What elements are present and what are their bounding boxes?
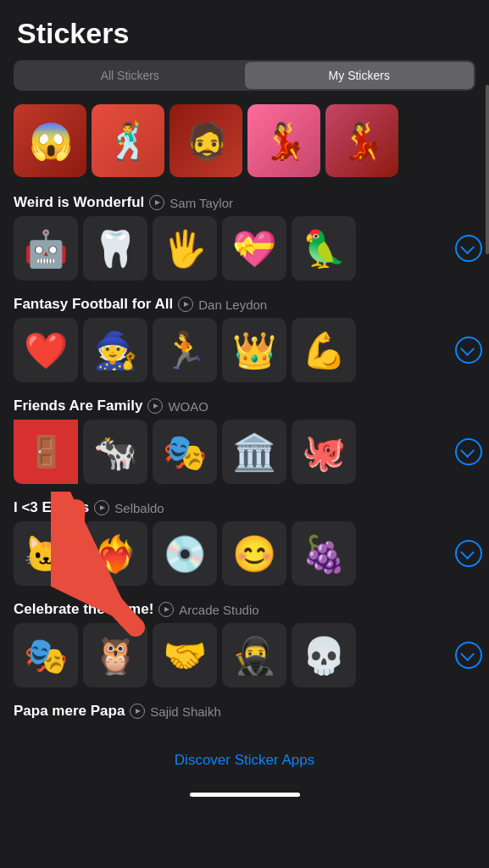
play-icon	[130, 704, 145, 719]
sticker-item: 👑	[222, 318, 286, 382]
section-fantasy-football: Fantasy Football for All Dan Leydon ❤️ 🧙…	[0, 291, 489, 382]
sticker-item: 😊	[222, 521, 286, 586]
section-header: Weird is Wonderful Sam Taylor	[0, 189, 489, 216]
featured-sticker-row: 😱 🕺 🧔 💃 💃	[0, 104, 489, 177]
section-papa: Papa mere Papa Sajid Shaikh	[0, 698, 489, 725]
sticker-item: ❤️‍🔥	[83, 521, 147, 586]
tab-my-stickers[interactable]: My Stickers	[245, 62, 475, 89]
play-icon	[178, 297, 193, 312]
section-author: WOAO	[168, 399, 208, 414]
download-button[interactable]	[455, 337, 482, 364]
featured-sticker-5: 💃	[325, 104, 398, 177]
sticker-item: 🦷	[83, 216, 147, 281]
section-title: Celebrate the Game!	[14, 601, 153, 618]
sticker-item: 🎭	[14, 623, 78, 687]
sticker-item: 🐱	[14, 521, 78, 586]
home-indicator	[190, 793, 300, 797]
section-header: Papa mere Papa Sajid Shaikh	[0, 698, 489, 725]
scrollbar-thumb	[486, 85, 489, 254]
section-celebrate: Celebrate the Game! Arcade Studio 🎭 🦉 🤝 …	[0, 596, 489, 687]
sticker-item: 🏃	[153, 318, 217, 382]
play-icon	[94, 500, 109, 515]
play-icon	[158, 602, 174, 617]
sticker-item: 🏛️	[222, 420, 286, 484]
svg-text:😱: 😱	[29, 120, 74, 163]
sticker-row-wrapper: ❤️ 🧙 🏃 👑 💪	[0, 318, 489, 382]
section-header: Fantasy Football for All Dan Leydon	[0, 291, 489, 318]
play-icon	[149, 195, 164, 210]
section-title: Papa mere Papa	[14, 703, 125, 720]
section-emojis: I <3 Emojis Selbaldo 🐱 ❤️‍🔥 💿 😊 🍇	[0, 494, 489, 586]
download-button[interactable]	[455, 235, 482, 262]
section-header: I <3 Emojis Selbaldo	[0, 494, 489, 521]
sticker-item: 🦉	[83, 623, 147, 687]
scrollbar-track	[486, 85, 489, 817]
sticker-item: 🖐️	[153, 216, 217, 281]
sticker-item: 🥷	[222, 623, 286, 687]
section-friends-family: Friends Are Family WOAO 🚪 🐄 🎭 🏛️ 🐙	[0, 392, 489, 484]
section-author: Selbaldo	[114, 501, 164, 515]
sticker-item: 💀	[292, 623, 356, 687]
sticker-item: 🐙	[292, 420, 356, 484]
section-author: Sam Taylor	[169, 196, 233, 210]
sticker-item: 🤝	[153, 623, 217, 687]
section-title: I <3 Emojis	[14, 499, 89, 516]
page-title: Stickers	[0, 0, 489, 60]
sticker-item: 💿	[153, 521, 217, 586]
sticker-item: 🐄	[83, 420, 147, 484]
sticker-item: 🚪	[14, 420, 78, 484]
sticker-item: ❤️	[14, 318, 78, 382]
download-button[interactable]	[455, 540, 482, 567]
tab-bar: All Stickers My Stickers	[14, 60, 475, 91]
section-author: Arcade Studio	[179, 603, 258, 617]
svg-text:🕺: 🕺	[107, 120, 152, 163]
sticker-row: 🎭 🦉 🤝 🥷 💀	[14, 623, 448, 687]
download-button[interactable]	[455, 438, 482, 465]
sticker-item: 🤖	[14, 216, 78, 281]
section-header: Friends Are Family WOAO	[0, 392, 489, 420]
sticker-row-wrapper: 🤖 🦷 🖐️ 💝 🦜	[0, 216, 489, 281]
svg-text:🧔: 🧔	[185, 120, 230, 163]
sticker-item: 🧙	[83, 318, 147, 382]
section-title: Friends Are Family	[14, 398, 142, 415]
featured-sticker-1: 😱	[14, 104, 86, 177]
sticker-row-wrapper: 🚪 🐄 🎭 🏛️ 🐙	[0, 420, 489, 484]
featured-sticker-3: 🧔	[169, 104, 242, 177]
sticker-row: 🤖 🦷 🖐️ 💝 🦜	[14, 216, 448, 281]
section-title: Fantasy Football for All	[14, 296, 173, 313]
svg-text:💃: 💃	[263, 120, 308, 163]
sticker-row: 🐱 ❤️‍🔥 💿 😊 🍇	[14, 521, 448, 586]
section-title: Weird is Wonderful	[14, 194, 144, 211]
sticker-item: 🎭	[153, 420, 217, 484]
sticker-item: 🦜	[292, 216, 356, 281]
featured-sticker-2: 🕺	[92, 104, 164, 177]
sticker-item: 💝	[222, 216, 286, 281]
sticker-item: 💪	[292, 318, 356, 382]
featured-sticker-4: 💃	[247, 104, 320, 177]
sticker-row: ❤️ 🧙 🏃 👑 💪	[14, 318, 448, 382]
section-header: Celebrate the Game! Arcade Studio	[0, 596, 489, 623]
sticker-row-wrapper: 🎭 🦉 🤝 🥷 💀	[0, 623, 489, 687]
sticker-row-wrapper: 🐱 ❤️‍🔥 💿 😊 🍇	[0, 521, 489, 586]
play-icon	[147, 398, 163, 414]
discover-sticker-apps-link[interactable]: Discover Sticker Apps	[0, 735, 489, 786]
sticker-row: 🚪 🐄 🎭 🏛️ 🐙	[14, 420, 448, 484]
section-author: Sajid Shaikh	[150, 704, 220, 719]
section-author: Dan Leydon	[198, 298, 267, 312]
section-weird-wonderful: Weird is Wonderful Sam Taylor 🤖 🦷 🖐️ 💝 🦜	[0, 189, 489, 281]
download-button[interactable]	[455, 642, 482, 669]
svg-text:💃: 💃	[341, 120, 386, 163]
sticker-item: 🍇	[292, 521, 356, 586]
tab-all-stickers[interactable]: All Stickers	[15, 62, 245, 89]
